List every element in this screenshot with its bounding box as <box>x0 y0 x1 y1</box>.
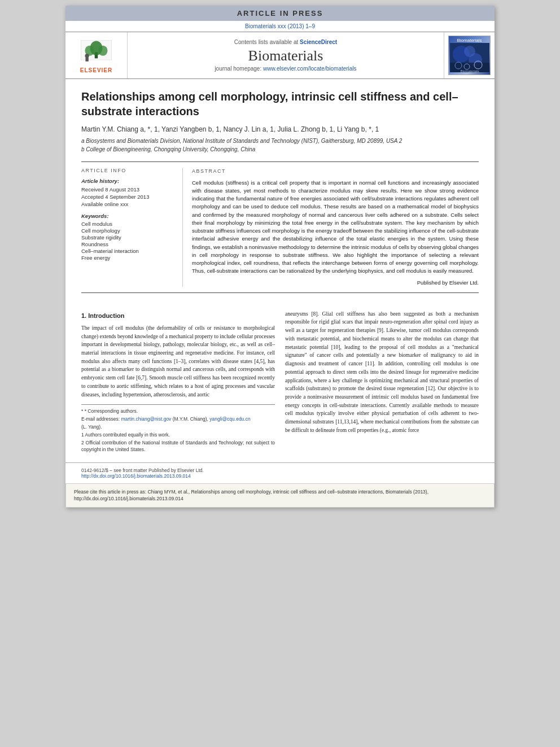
svg-point-10 <box>464 46 475 57</box>
accepted-field: Accepted 4 September 2013 <box>81 194 176 200</box>
main-body: 1. Introduction The impact of cell modul… <box>65 310 495 462</box>
keyword-2: Cell morphology <box>81 228 176 234</box>
footnote-email-label: E-mail addresses: <box>81 416 120 422</box>
body-col-left: 1. Introduction The impact of cell modul… <box>81 310 275 455</box>
footnote-note1: 1 Authors contributed equally in this wo… <box>81 432 275 439</box>
intro-col1-text: The impact of cell modulus (the deformab… <box>81 324 275 399</box>
homepage-label: journal homepage: <box>215 65 261 72</box>
keyword-6: Free energy <box>81 255 176 261</box>
science-direct-link[interactable]: ScienceDirect <box>300 39 337 45</box>
footnote-email2-owner: (L. Yang). <box>81 424 102 430</box>
citation-box: Please cite this article in press as: Ch… <box>65 483 495 508</box>
page: ARTICLE IN PRESS Biomaterials xxx (2013)… <box>65 6 495 508</box>
authors-text: Martin Y.M. Chiang a, *, 1, Yanzi Yangbe… <box>81 125 379 133</box>
journal-title-header: Biomaterials <box>248 47 323 64</box>
journal-cover-thumb: Biomaterials Biomaterials <box>448 36 491 75</box>
svg-text:Biomaterials: Biomaterials <box>460 69 479 72</box>
keywords-label: Keywords: <box>81 213 176 219</box>
footnote-email2-name: (L. Yang). <box>81 424 275 431</box>
info-abstract-section: ARTICLE INFO Article history: Received 8… <box>81 161 479 293</box>
article-in-press-banner: ARTICLE IN PRESS <box>65 6 495 21</box>
keywords-section: Keywords: Cell modulus Cell morphology S… <box>81 213 176 261</box>
journal-homepage-line: journal homepage: www.elsevier.com/locat… <box>215 65 356 72</box>
science-direct-line: Contents lists available at ScienceDirec… <box>234 39 337 45</box>
affiliations: a Biosystems and Biomaterials Division, … <box>81 137 479 154</box>
homepage-url[interactable]: www.elsevier.com/locate/biomaterials <box>263 65 357 72</box>
contents-line: Contents lists available at <box>234 39 298 45</box>
paper-title: Relationships among cell morphology, int… <box>81 89 479 119</box>
footer-doi-line[interactable]: http://dx.doi.org/10.1016/j.biomaterials… <box>81 473 479 479</box>
paper-content: Relationships among cell morphology, int… <box>65 79 495 310</box>
abstract-label: ABSTRACT <box>192 168 479 176</box>
abstract-section: ABSTRACT Cell modulus (stiffness) is a c… <box>192 168 479 287</box>
footnote-corresponding: * * Corresponding authors. <box>81 408 275 415</box>
svg-point-4 <box>98 45 107 55</box>
footnote-note2: 2 Official contribution of the National … <box>81 440 275 453</box>
journal-ref-line: Biomaterials xxx (2013) 1–9 <box>65 21 495 32</box>
citation-text: Please cite this article in press as: Ch… <box>74 489 428 502</box>
body-columns: 1. Introduction The impact of cell modul… <box>81 310 479 455</box>
body-col-right: aneurysms [8]. Glial cell stiffness has … <box>285 310 479 455</box>
page-footer: 0142-9612/$ – see front matter Published… <box>65 462 495 483</box>
footnote-corresponding-text: * Corresponding authors. <box>85 408 138 414</box>
footnote-email1-name: (M.Y.M. Chiang), <box>173 416 208 422</box>
cover-pattern: Biomaterials <box>450 43 489 72</box>
svg-point-5 <box>85 54 89 58</box>
intro-col2-text: aneurysms [8]. Glial cell stiffness has … <box>285 310 479 435</box>
footnotes-area: * * Corresponding authors. E-mail addres… <box>81 404 275 453</box>
elsevier-logo-section: ELSEVIER <box>65 32 128 78</box>
article-info: ARTICLE INFO Article history: Received 8… <box>81 168 183 287</box>
article-info-label: ARTICLE INFO <box>81 168 176 173</box>
available-field: Available online xxx <box>81 201 176 207</box>
keyword-5: Cell–material interaction <box>81 248 176 254</box>
keyword-1: Cell modulus <box>81 221 176 227</box>
abstract-text: Cell modulus (stiffness) is a critical c… <box>192 179 479 276</box>
keyword-4: Roundness <box>81 241 176 247</box>
svg-rect-6 <box>85 57 88 61</box>
footnote-emails: E-mail addresses: martin.chiang@nist.gov… <box>81 416 275 423</box>
history-label: Article history: <box>81 178 176 184</box>
journal-ref-text: Biomaterials xxx (2013) 1–9 <box>245 23 315 29</box>
introduction-heading: 1. Introduction <box>81 311 275 321</box>
keyword-3: Substrate rigidity <box>81 234 176 241</box>
journal-header-center: Contents lists available at ScienceDirec… <box>128 32 444 78</box>
thumb-label: Biomaterials <box>457 38 482 43</box>
elsevier-label: ELSEVIER <box>80 67 112 73</box>
journal-cover-section: Biomaterials Biomaterials <box>444 32 495 78</box>
elsevier-logo-svg <box>75 38 117 66</box>
affiliation-a: a Biosystems and Biomaterials Division, … <box>81 137 479 145</box>
received-field: Received 8 August 2013 <box>81 186 176 193</box>
banner-text: ARTICLE IN PRESS <box>237 9 323 18</box>
published-by: Published by Elsevier Ltd. <box>192 279 479 287</box>
footnote-email1[interactable]: martin.chiang@nist.gov <box>121 416 171 422</box>
authors-line: Martin Y.M. Chiang a, *, 1, Yanzi Yangbe… <box>81 125 479 133</box>
affiliation-b: b College of Bioengineering, Chongqing U… <box>81 145 479 154</box>
journal-header: ELSEVIER Contents lists available at Sci… <box>65 32 495 79</box>
footer-issn-line: 0142-9612/$ – see front matter Published… <box>81 468 479 473</box>
footnote-email2[interactable]: yangli@cqu.edu.cn <box>209 416 250 422</box>
